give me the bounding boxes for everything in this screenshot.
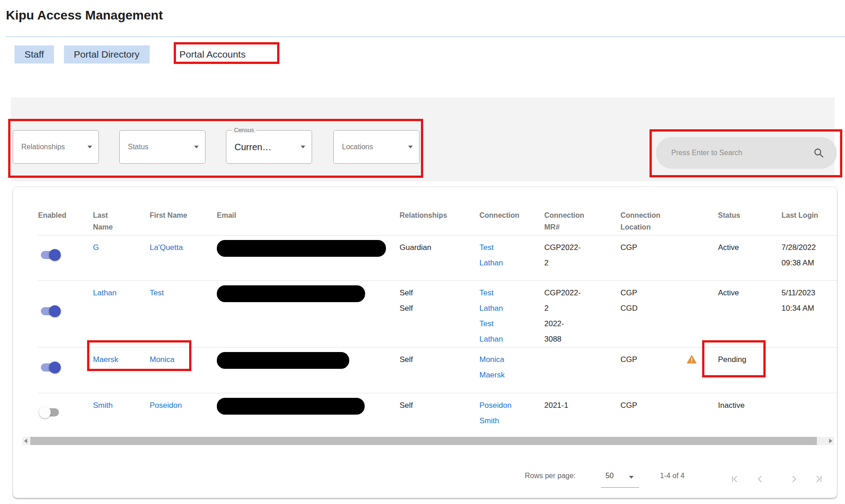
connection-location-value: CGP (620, 352, 678, 367)
connection-location-cell: CGPCGD (620, 280, 687, 347)
enabled-cell (38, 235, 93, 280)
search-input[interactable] (671, 137, 807, 169)
relationships-filter-label: Relationships (21, 131, 65, 163)
email-cell (217, 393, 400, 437)
table-row: LathanTestSelfSelfTestLathanTestLathanCG… (38, 280, 838, 347)
email-cell (217, 347, 400, 393)
scroll-right-arrow-icon[interactable] (829, 439, 832, 443)
connection-mr-value: 2 (544, 301, 611, 316)
relationship-value: Self (400, 352, 470, 367)
column-header-last-login: Last Login (782, 187, 838, 235)
status-cell: Active (718, 280, 782, 347)
relationship-value: Guardian (400, 240, 470, 255)
relationships-filter-dropdown[interactable]: Relationships (13, 130, 99, 164)
warning-cell (687, 347, 718, 393)
chevron-down-icon (301, 146, 305, 148)
next-page-icon[interactable] (788, 473, 800, 485)
column-header-enabled: Enabled (38, 187, 93, 235)
tab-staff[interactable]: Staff (15, 45, 54, 64)
warning-cell (687, 280, 718, 347)
connection-link[interactable]: Monica (479, 352, 535, 367)
connection-link[interactable]: Poseidon (479, 398, 535, 413)
connection-cell: TestLathanTestLathan (479, 280, 544, 347)
tab-portal-directory[interactable]: Portal Directory (64, 45, 150, 64)
connection-cell: TestLathan (479, 235, 544, 280)
relationship-value: Self (400, 301, 470, 316)
rows-per-page-select[interactable]: 50 (601, 467, 639, 488)
redacted-email (217, 352, 349, 369)
first-name-cell: Test (150, 280, 217, 347)
connection-mr-value: 2 (544, 255, 611, 271)
enabled-toggle[interactable] (39, 249, 61, 261)
last-login-value: 10:34 AM (782, 301, 829, 316)
tab-bar: StaffPortal DirectoryPortal Accounts (15, 45, 255, 64)
connection-location-value: CGP (620, 285, 678, 301)
connection-link[interactable]: Lathan (479, 301, 535, 316)
connection-link[interactable]: Test (479, 316, 535, 332)
chevron-down-icon (408, 146, 413, 148)
rows-per-page-value: 50 (606, 472, 614, 480)
status-value: Active (718, 285, 772, 301)
table-row: SmithPoseidonSelfPoseidonSmith2021-1CGPI… (38, 393, 838, 437)
connection-link[interactable]: Maersk (479, 367, 535, 383)
locations-filter-label: Locations (342, 131, 373, 163)
connection-location-cell: CGP (620, 347, 687, 393)
relationship-value: Self (400, 285, 470, 301)
connection-link[interactable]: Test (479, 240, 535, 255)
connection-link[interactable]: Smith (479, 413, 535, 429)
first-page-icon[interactable] (729, 473, 741, 485)
status-cell: Active (718, 235, 782, 280)
relationships-cell: Self (400, 393, 479, 437)
warning-icon (687, 355, 697, 364)
chevron-down-icon (629, 476, 634, 479)
previous-page-icon[interactable] (754, 473, 766, 485)
horizontal-scrollbar[interactable] (22, 437, 834, 445)
enabled-cell (38, 280, 93, 347)
last-login-value: 09:38 AM (782, 255, 829, 271)
connection-cell: PoseidonSmith (479, 393, 544, 437)
chevron-down-icon (88, 146, 92, 148)
first-name-link[interactable]: Test (150, 289, 164, 297)
first-name-link[interactable]: Poseidon (150, 401, 182, 410)
connection-link[interactable]: Test (479, 285, 535, 301)
status-filter-label: Status (128, 131, 148, 163)
last-login-cell: 7/28/202209:38 AM (782, 235, 838, 280)
last-name-link[interactable]: Smith (93, 401, 112, 410)
last-name-cell: Smith (93, 393, 150, 437)
title-divider (5, 36, 845, 37)
last-name-link[interactable]: Maersk (93, 355, 118, 364)
connection-mr-value: 3088 (544, 332, 611, 347)
last-name-cell: G (93, 235, 150, 280)
table-row: GLa'QuettaGuardianTestLathanCGP2022-2CGP… (38, 235, 838, 280)
locations-filter-dropdown[interactable]: Locations (333, 130, 420, 164)
last-page-icon[interactable] (813, 473, 825, 485)
tab-portal-accounts[interactable]: Portal Accounts (170, 45, 256, 64)
last-name-cell: Maersk (93, 347, 150, 393)
connection-location-value: CGP (620, 240, 678, 255)
census-filter-dropdown[interactable]: Census Curren… (226, 130, 312, 164)
scrollbar-thumb[interactable] (30, 437, 817, 445)
column-header-connection-mr: ConnectionMR# (544, 187, 620, 235)
column-header-status: Status (718, 187, 782, 235)
kipu-access-management-page: Kipu Access Management StaffPortal Direc… (0, 0, 845, 504)
enabled-toggle[interactable] (39, 362, 61, 373)
redacted-email (217, 240, 386, 257)
last-name-link[interactable]: Lathan (93, 289, 117, 297)
connection-location-value: CGP (620, 398, 678, 413)
status-filter-dropdown[interactable]: Status (119, 130, 205, 164)
enabled-toggle[interactable] (39, 406, 61, 418)
connection-mr-value: 2021-1 (544, 398, 611, 413)
relationships-cell: Guardian (400, 235, 479, 280)
first-name-link[interactable]: Monica (150, 355, 175, 364)
search-icon[interactable] (813, 147, 824, 160)
first-name-cell: Poseidon (150, 393, 217, 437)
status-cell: Pending (718, 347, 782, 393)
first-name-link[interactable]: La'Quetta (150, 243, 183, 252)
scroll-left-arrow-icon[interactable] (24, 439, 27, 443)
last-name-link[interactable]: G (93, 243, 99, 252)
enabled-toggle[interactable] (39, 305, 61, 317)
toggle-thumb (49, 249, 61, 261)
connection-link[interactable]: Lathan (479, 332, 535, 347)
status-value: Pending (718, 352, 772, 367)
connection-link[interactable]: Lathan (479, 255, 535, 271)
